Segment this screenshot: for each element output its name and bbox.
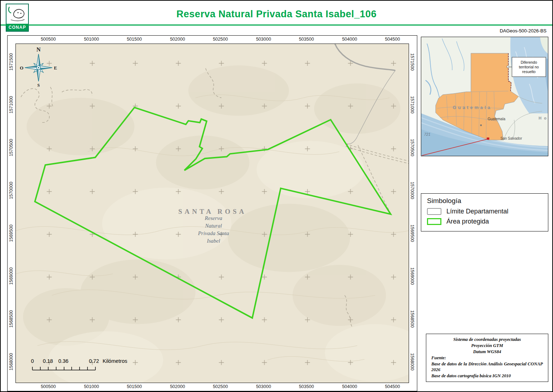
grid-label: 503500 <box>295 37 318 42</box>
source-line: Base de datos cartografía básica IGN 201… <box>431 373 543 379</box>
reserve-location-marker <box>487 138 489 140</box>
page-title: Reserva Natural Privada Santa Isabel_106 <box>58 9 495 20</box>
scale-bar-ticks <box>32 365 104 370</box>
legend-item-label: Área protegida <box>446 218 489 225</box>
scale-label: 0.36 <box>56 358 71 364</box>
reserve-name-label: Reserva Natural Privada Santa Isabel <box>181 215 246 245</box>
capital-city-dot <box>480 125 482 126</box>
scale-bar: 0 0.18 0.36 0.72 Kilómetros <box>32 358 151 373</box>
capital-city-label: Guatemala <box>488 117 505 121</box>
scale-label: 0 <box>25 358 40 364</box>
legend-item-departmental-limit: Límite Departamental <box>427 208 542 215</box>
inset-locator-map: Diferendo territorial no resuelto Guatem… <box>421 37 548 156</box>
note-anchor-marker <box>507 66 509 68</box>
map-document-page: CONAP Reserva Natural Privada Santa Isab… <box>0 0 553 392</box>
grid-label: 1570000 <box>9 179 14 202</box>
crs-line: Datum WGS84 <box>431 349 543 355</box>
honduras-label: H o <box>539 116 547 120</box>
grid-label: 502000 <box>166 37 189 42</box>
grid-label: 501000 <box>80 37 103 42</box>
protected-area-swatch <box>427 218 441 225</box>
scale-unit-label: Kilómetros <box>103 358 146 364</box>
road-number-label: 721 <box>424 132 431 136</box>
legend-item-protected-area: Área protegida <box>427 218 542 225</box>
crs-line: Proyección GTM <box>431 343 543 349</box>
grid-label: 1569500 <box>410 222 415 245</box>
grid-label: 1569000 <box>410 265 415 288</box>
scale-label: 0.18 <box>41 358 55 364</box>
reserve-label-line: Privada Santa <box>181 230 246 237</box>
grid-label: 1570000 <box>410 179 415 202</box>
compass-north-label: N <box>36 46 41 53</box>
grid-label: 1571000 <box>410 93 415 116</box>
grid-label: 502500 <box>209 384 232 389</box>
grid-label: 502500 <box>209 37 232 42</box>
credits-box: Sistema de coordenadas proyectadas Proye… <box>426 334 548 382</box>
legend-box: Simbología Límite Departamental Área pro… <box>421 193 548 231</box>
grid-label: 501000 <box>80 384 103 389</box>
source-heading: Fuente: <box>431 355 543 361</box>
grid-label: 501500 <box>123 37 146 42</box>
grid-label: 1569000 <box>9 265 14 288</box>
grid-label: 503000 <box>252 37 275 42</box>
grid-label: 1568000 <box>410 350 415 373</box>
grid-label: 504500 <box>381 384 404 389</box>
jaguar-icon <box>6 4 28 24</box>
grid-label: 1570500 <box>9 136 14 159</box>
country-label: Guatemala <box>453 105 492 110</box>
note-line: resuelto <box>522 69 536 74</box>
note-line: territorial no <box>519 65 539 69</box>
reserve-label-line: Reserva <box>181 215 246 222</box>
header-divider <box>1 24 552 26</box>
source-line: Base de datos de la Dirección Análisis G… <box>431 361 543 373</box>
compass-rose: N O E S <box>17 45 62 90</box>
grid-label: 501500 <box>123 384 146 389</box>
grid-label: 1571000 <box>9 93 14 116</box>
grid-label: 503000 <box>252 384 275 389</box>
map-canvas: N O E S SANTA ROSA Reserva Natural Priva… <box>15 44 409 383</box>
grid-label: 504000 <box>338 384 361 389</box>
reserve-label-line: Natural <box>181 222 246 230</box>
grid-label: 500500 <box>37 37 60 42</box>
legend-title: Simbología <box>427 197 542 205</box>
grid-label: 504000 <box>338 37 361 42</box>
legend-item-label: Límite Departamental <box>446 208 508 215</box>
conap-logo: CONAP <box>6 4 29 32</box>
grid-label: 1568500 <box>9 307 14 330</box>
departmental-limit-swatch <box>427 208 441 215</box>
grid-label: 1571500 <box>410 50 415 73</box>
compass-south-label: S <box>37 83 40 88</box>
crs-line: Sistema de coordenadas proyectadas <box>431 337 543 343</box>
grid-label: 1568000 <box>9 350 14 373</box>
compass-east-label: E <box>54 65 57 71</box>
scale-label: 0.72 <box>87 358 101 364</box>
grid-label: 1568500 <box>410 307 415 330</box>
grid-label: 500500 <box>37 384 60 389</box>
grid-label: 1570500 <box>410 136 415 159</box>
grid-label: 503500 <box>295 384 318 389</box>
grid-label: 504500 <box>381 37 404 42</box>
san-salvador-label: San Salvador <box>500 136 522 140</box>
compass-west-label: O <box>20 65 23 71</box>
reserve-label-line: Isabel <box>181 237 246 245</box>
map-frame: 500500 501000 501500 502000 502500 50300… <box>7 35 417 391</box>
grid-label: 1569500 <box>9 222 14 245</box>
note-line: Diferendo <box>521 60 537 64</box>
grid-label: 502000 <box>166 384 189 389</box>
document-code: DAGeos-500-2026-BS <box>500 28 547 33</box>
scale-labels: 0 0.18 0.36 0.72 Kilómetros <box>32 358 151 365</box>
grid-label: 1571500 <box>9 50 14 73</box>
